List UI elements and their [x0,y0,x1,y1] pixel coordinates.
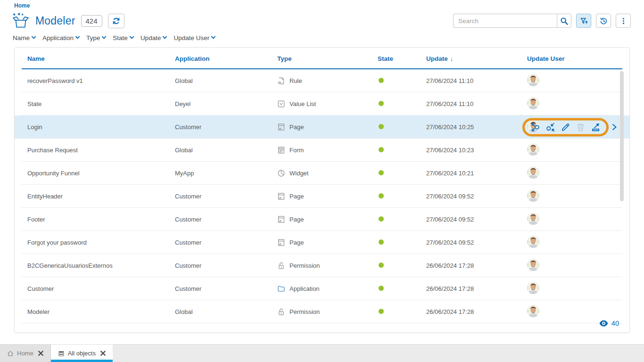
table-row[interactable]: EntityHeader Customer Page 27/06/2024 09… [15,185,629,208]
cell-update-user [527,74,622,88]
filter-update-user[interactable]: Update User [173,34,215,41]
cell-state [378,77,426,84]
cell-state [378,216,426,223]
chevron-down-icon [75,34,80,39]
application-icon [277,285,285,293]
close-tab-icon[interactable] [38,351,43,356]
cell-state [378,262,426,269]
cell-name: EntityHeader [27,193,175,200]
column-header-application[interactable]: Application [175,55,277,62]
table-row[interactable]: Customer Customer Application 26/06/2024… [15,277,629,300]
export-icon [591,123,600,132]
state-active-dot [379,193,384,198]
vertical-scrollbar-thumb[interactable] [620,71,624,201]
cell-update: 26/06/2024 17:28 [426,308,527,315]
chevron-down-icon [211,34,216,39]
table-row[interactable]: Forgot your password Customer Page 27/06… [15,231,629,254]
edit-button[interactable] [561,123,570,132]
chevron-down-icon [129,34,134,39]
cell-update: 27/06/2024 09:52 [426,239,527,246]
cell-type: Permission [277,308,378,316]
cell-update-user [527,189,622,203]
history-icon [600,17,608,25]
tab-home[interactable]: Home [0,345,51,362]
state-active-dot [379,170,384,175]
refresh-button[interactable] [108,14,124,28]
breadcrumb-home-link[interactable]: Home [14,2,30,9]
user-avatar [527,213,539,225]
filter-update[interactable]: Update [140,34,167,41]
cell-type: Application [277,285,378,293]
cell-state [378,308,426,315]
column-header-update-user[interactable]: Update User [527,55,622,62]
page-title: Modeler [35,15,75,27]
page-icon [277,215,285,223]
cell-type: Page [277,239,378,247]
export-button[interactable] [591,123,600,132]
user-avatar [527,166,539,179]
minimize-button[interactable] [546,123,555,132]
delete-icon [576,123,585,132]
cell-update: 27/06/2024 09:52 [426,216,527,223]
cell-type: Page [277,215,378,223]
table-row[interactable]: State Deyel Value List 27/06/2024 11:10 [15,92,629,115]
tab-all-objects[interactable]: All objects [51,345,113,362]
search-icon [560,17,568,25]
filter-type[interactable]: Type [86,34,106,41]
user-avatar [527,189,539,202]
edit-icon [561,123,570,132]
object-count-badge: 424 [81,15,102,27]
cell-update-user [527,282,622,296]
objects-table-card: Name Application Type State Update ↓ Upd… [14,47,630,333]
cell-application: Customer [175,239,277,246]
cell-application: Global [175,308,277,315]
widget-icon [277,169,285,177]
chevron-right-icon[interactable] [612,124,617,131]
table-row[interactable]: Purchase Request Global Form 27/06/2024 … [15,139,629,162]
cell-update: 27/06/2024 09:52 [426,193,527,200]
history-button[interactable] [596,14,611,28]
table-row[interactable]: Footer Customer Page 27/06/2024 09:52 [15,208,629,231]
cell-type: Permission [277,262,378,270]
cell-name: Login [27,123,175,131]
cell-application: Customer [175,216,277,223]
state-active-dot [379,101,384,106]
column-header-state[interactable]: State [378,55,426,62]
modeler-open-box-icon [12,12,30,30]
cell-type: Rule [277,77,378,85]
filter-name[interactable]: Name [13,34,35,41]
maximize-button[interactable] [531,123,540,132]
cell-name: Opportunity Funnel [27,170,175,177]
cell-update-user [527,236,622,249]
table-row[interactable]: recoverPassword v1 Global Rule 27/06/202… [15,69,629,92]
column-header-name[interactable]: Name [27,55,175,62]
table-row[interactable]: B2CGenericaUsuariosExternos Customer Per… [15,254,629,277]
cell-state [378,123,426,131]
search-button[interactable] [557,14,571,28]
cell-update-user [527,305,622,319]
column-header-update[interactable]: Update ↓ [426,55,527,62]
cell-update: 27/06/2024 10:21 [426,170,527,177]
cell-update: 27/06/2024 10:23 [426,147,527,154]
cell-application: Deyel [175,100,277,107]
filter-application[interactable]: Application [42,34,79,41]
cell-update-user [527,259,622,272]
table-body: recoverPassword v1 Global Rule 27/06/202… [15,69,629,323]
state-active-dot [379,239,384,245]
column-header-type[interactable]: Type [277,55,378,62]
row-actions [522,118,617,136]
table-row[interactable]: Opportunity Funnel MyApp Widget 27/06/20… [15,162,629,185]
close-tab-icon[interactable] [100,351,106,356]
minimize-icon [546,123,555,132]
more-options-button[interactable] [616,14,631,28]
filter-button[interactable] [576,14,591,28]
cell-application: Customer [175,262,277,269]
permission-icon [277,308,285,316]
table-row[interactable]: Login Customer Page 27/06/2024 10:25 [15,115,629,139]
cell-update: 27/06/2024 10:25 [426,123,527,131]
user-avatar [527,74,539,86]
filter-state[interactable]: State [113,34,133,41]
search-input[interactable] [453,14,557,28]
cell-name: Customer [27,285,175,292]
table-row[interactable]: Modeler Global Permission 26/06/2024 17:… [15,300,629,323]
